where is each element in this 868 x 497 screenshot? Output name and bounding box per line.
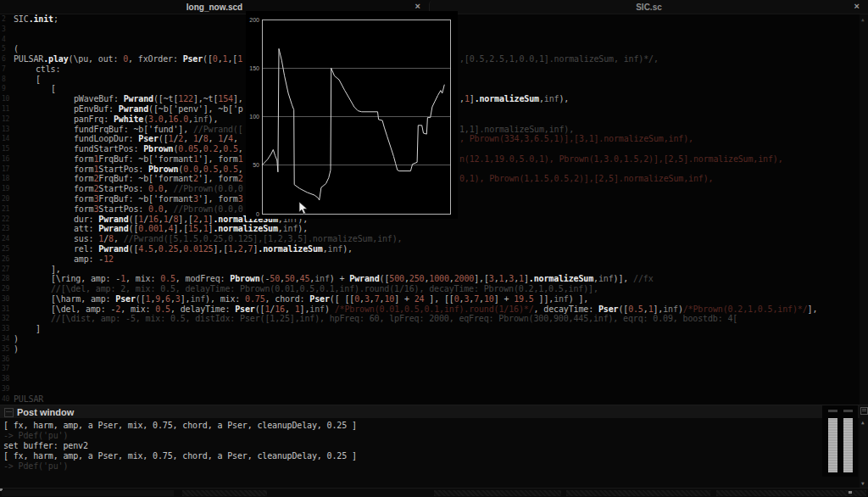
code-token: inf [328, 244, 343, 254]
line-number: 12 [2, 115, 9, 123]
code-token: 1 [237, 54, 242, 64]
tab-sic-sc[interactable]: SIC.sc × [429, 0, 868, 14]
code-token: form [74, 174, 93, 183]
scroll-up-icon[interactable]: ▲ [861, 16, 865, 22]
code-line: 24sus: 1/8, //Pwrand([5,1.5,0.25,0.125],… [0, 234, 868, 244]
code-token: panFrq: [74, 114, 114, 124]
code-token: , [164, 184, 174, 193]
code-token: inf [283, 224, 298, 233]
taskbar-segment[interactable] [182, 490, 267, 496]
line-number: 21 [2, 205, 9, 213]
mouse-cursor-icon [298, 202, 309, 219]
code-token: ],[ [213, 244, 228, 254]
editor-scrollbar[interactable]: ▲ [860, 14, 868, 405]
code-text: SIC.init; [14, 14, 58, 24]
post-log-line: set buffer: penv2 [3, 441, 88, 450]
code-token: ) + [330, 274, 349, 283]
code-line: 37 [0, 364, 868, 374]
code-token: 15 [188, 224, 198, 233]
code-token: inf [554, 294, 569, 304]
code-token: FrqBuf: ~b['formant [98, 174, 193, 183]
code-line: 28[\ring, amp: -1, mix: 0.5, modFreq: Pb… [0, 274, 868, 284]
code-token: 10 [484, 294, 494, 304]
line-number: 39 [2, 385, 9, 393]
code-token: 0.5 [223, 165, 238, 174]
taskbar-segment[interactable] [2, 490, 174, 496]
code-token: StartPos: [98, 165, 148, 174]
code-text: fundFrqBuf: ~b['fund'], //Pwrand([ [74, 125, 243, 134]
meter-bar-left [828, 418, 837, 472]
code-text: PULSAR.play(\pu, out: 0, fxOrder: Pser([… [14, 54, 242, 64]
level-meter-window [822, 405, 858, 477]
line-number: 8 [2, 75, 6, 83]
post-window-titlebar[interactable]: Post window [0, 405, 868, 418]
code-token: , [164, 204, 174, 214]
code-text: rel: Pwrand([4.5,0.25,0.0125],[1,2,7].no… [74, 244, 353, 254]
code-token: Pser [115, 294, 135, 304]
code-token: (- [260, 274, 270, 283]
code-token: ) [14, 344, 19, 354]
code-token: Pwrand [124, 94, 153, 103]
code-token: .normalizeSum [258, 244, 322, 254]
scroll-down-icon[interactable]: ▼ [861, 480, 865, 486]
code-token: inf [190, 294, 205, 304]
post-window-title: Post window [17, 407, 74, 417]
code-text: form2FrqBuf: ~b['formant2'], form2 [74, 174, 243, 183]
meter-bar-right [843, 418, 853, 472]
code-text-continuation: 1,1].normalizeSum,inf), [459, 125, 574, 134]
post-scrollbar[interactable]: ▲ ▼ [860, 405, 868, 489]
close-icon[interactable]: × [854, 1, 860, 11]
line-number: 10 [2, 95, 9, 103]
code-text: att: Pwrand([0.001,4],[15,1].normalizeSu… [74, 224, 308, 233]
code-token: att: [74, 224, 98, 233]
code-line: 25rel: Pwrand([4.5,0.25,0.0125],[1,2,7].… [0, 244, 868, 254]
code-line: 27], [0, 265, 868, 275]
taskbar-segment[interactable] [434, 490, 561, 496]
code-token: 3 [238, 194, 243, 204]
code-token: , delayTime: [170, 304, 235, 314]
close-icon[interactable]: × [415, 1, 420, 11]
line-number: 22 [2, 215, 9, 223]
code-token: , fxOrder: [128, 54, 183, 64]
taskbar-segment[interactable] [566, 490, 710, 496]
code-text: ], [51, 265, 61, 274]
code-token: 0.5 [155, 304, 170, 314]
code-token: 0.001 [138, 224, 163, 233]
code-token: //Pwrand([5,1.5,0.25,0.125],[1,2,3,5].no… [124, 234, 403, 243]
code-token: ([ [129, 224, 139, 233]
post-window[interactable]: Post window [ fx, harm, amp, a Pser, mix… [0, 405, 868, 489]
code-text: form1StartPos: Pbrown(0.0,0.5,0.5, [74, 165, 243, 174]
code-token: fundFrqBuf: ~b['fund'], [74, 125, 193, 134]
y-tick-label: 100 [249, 114, 259, 120]
code-text: //[\dist, amp: -5, mix: 0.5, distIdx: Ps… [51, 314, 737, 323]
code-line: 38 [0, 374, 868, 384]
code-token: ), [342, 244, 353, 254]
line-number: 13 [2, 126, 9, 133]
code-token: , [238, 144, 243, 154]
line-number: 33 [2, 325, 9, 332]
code-text: form2StartPos: 0.0, //Pbrown(0.0,0 [74, 184, 243, 193]
code-text: pWaveBuf: Pwrand([~t[122],~t[154], [74, 94, 243, 103]
taskbar-segment[interactable] [716, 490, 866, 496]
code-token: 1 [238, 154, 243, 164]
meter-peak-left [828, 410, 837, 412]
code-token: 154 [218, 94, 233, 103]
line-number: 37 [2, 365, 9, 372]
code-token: ; [53, 14, 58, 24]
code-token: //fx [633, 274, 653, 283]
code-token: //Pbrown(0.0,0 [173, 204, 242, 214]
screen: long_now.scd × SIC.sc × 2SIC.init;345(6P… [0, 0, 868, 497]
code-token: 500 [389, 274, 404, 283]
line-number: 40 [2, 395, 9, 403]
code-token: ] + [494, 294, 514, 304]
code-token: Pser [183, 54, 203, 64]
code-token: 0.0 [148, 204, 164, 214]
scroll-up-icon[interactable]: ▲ [861, 419, 865, 425]
code-token: .normalizeSum [475, 94, 539, 103]
code-token: ],[ [178, 215, 193, 224]
code-token: ([ [129, 215, 139, 224]
line-number: 23 [2, 225, 9, 232]
code-token: [ [51, 84, 56, 93]
code-token: Pwhite [114, 114, 143, 124]
scroll-grip-icon[interactable] [860, 407, 868, 415]
